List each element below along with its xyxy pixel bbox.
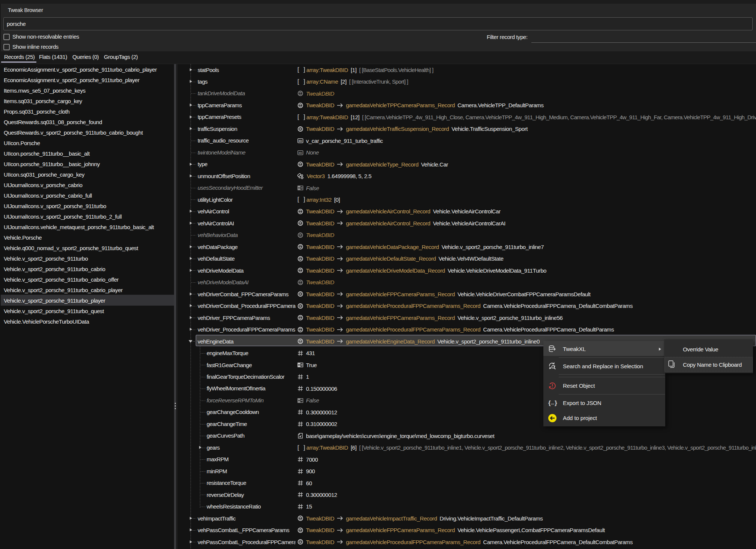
svg-text:{: { (548, 399, 551, 406)
svg-text:abc: abc (298, 140, 303, 142)
svg-text:}: } (555, 399, 557, 406)
svg-text:abc: abc (298, 151, 303, 154)
